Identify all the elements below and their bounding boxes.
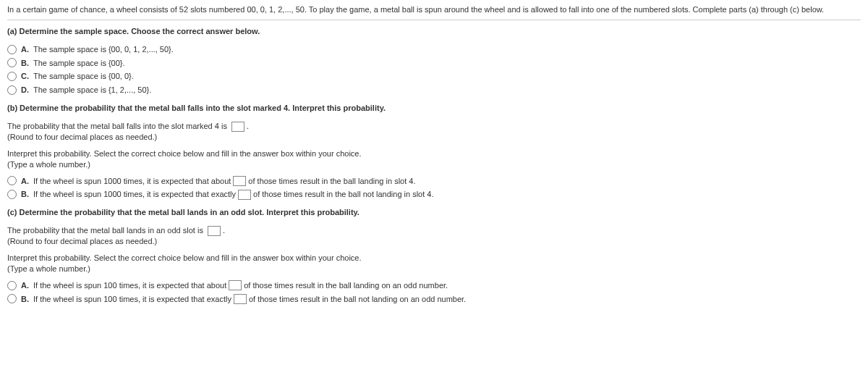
part-a-option-d: D. The sample space is {1, 2,..., 50}. bbox=[7, 85, 861, 96]
part-a-section: (a) Determine the sample space. Choose t… bbox=[7, 26, 861, 96]
radio-b-a[interactable] bbox=[7, 176, 17, 185]
problem-intro: In a certain game of chance, a wheel con… bbox=[7, 4, 861, 15]
radio-a-d[interactable] bbox=[7, 85, 17, 95]
text-a-d: The sample space is {1, 2,..., 50}. bbox=[33, 85, 151, 96]
part-a-option-b: B. The sample space is {00}. bbox=[7, 58, 861, 69]
part-a-option-c: C. The sample space is {00, 0}. bbox=[7, 71, 861, 82]
radio-c-a[interactable] bbox=[7, 281, 17, 290]
part-b-heading: (b) Determine the probability that the m… bbox=[7, 103, 861, 114]
part-a-option-a: A. The sample space is {00, 0, 1, 2,...,… bbox=[7, 44, 861, 55]
text-b-a-before: If the wheel is spun 1000 times, it is e… bbox=[33, 176, 231, 187]
part-b-prob-input[interactable] bbox=[231, 122, 244, 132]
text-a-b: The sample space is {00}. bbox=[33, 58, 125, 69]
part-c-prob: The probability that the metal ball land… bbox=[7, 225, 861, 247]
label-c-b: B. bbox=[21, 294, 29, 305]
text-c-a-before: If the wheel is spun 100 times, it is ex… bbox=[33, 280, 226, 291]
part-b-interpret-hint: (Type a whole number.) bbox=[7, 159, 861, 170]
radio-a-a[interactable] bbox=[7, 45, 17, 54]
label-c-a: A. bbox=[21, 280, 29, 291]
text-b-a-after: of those times result in the ball landin… bbox=[248, 176, 415, 187]
part-c-interpret: Interpret this probability. Select the c… bbox=[7, 253, 861, 274]
text-c-a-after: of those times result in the ball landin… bbox=[244, 280, 448, 291]
label-a-d: D. bbox=[21, 85, 29, 96]
text-c-b-after: of those times result in the ball not la… bbox=[249, 294, 466, 305]
label-a-b: B. bbox=[21, 58, 29, 69]
text-c-b-before: If the wheel is spun 100 times, it is ex… bbox=[33, 294, 231, 305]
part-b-section: (b) Determine the probability that the m… bbox=[7, 103, 861, 200]
part-b-interpret: Interpret this probability. Select the c… bbox=[7, 148, 861, 170]
part-b-interpret-prompt: Interpret this probability. Select the c… bbox=[7, 148, 861, 159]
label-a-c: C. bbox=[21, 71, 29, 82]
part-b-b-input[interactable] bbox=[238, 190, 251, 200]
part-b-option-a: A. If the wheel is spun 1000 times, it i… bbox=[7, 176, 861, 187]
text-a-a: The sample space is {00, 0, 1, 2,..., 50… bbox=[33, 44, 174, 55]
label-b-a: A. bbox=[21, 176, 29, 187]
text-b-b-before: If the wheel is spun 1000 times, it is e… bbox=[33, 189, 236, 200]
part-c-interpret-hint: (Type a whole number.) bbox=[7, 264, 861, 274]
part-c-heading: (c) Determine the probability that the m… bbox=[7, 207, 861, 218]
part-b-prob: The probability that the metal ball fall… bbox=[7, 121, 861, 143]
radio-b-b[interactable] bbox=[7, 190, 17, 199]
radio-c-b[interactable] bbox=[7, 294, 17, 303]
part-c-interpret-prompt: Interpret this probability. Select the c… bbox=[7, 253, 861, 264]
text-b-b-after: of those times result in the ball not la… bbox=[253, 189, 433, 200]
part-b-probtext: The probability that the metal ball fall… bbox=[7, 122, 229, 130]
part-c-section: (c) Determine the probability that the m… bbox=[7, 207, 861, 304]
part-c-option-a: A. If the wheel is spun 100 times, it is… bbox=[7, 280, 861, 291]
part-b-option-b: B. If the wheel is spun 1000 times, it i… bbox=[7, 189, 861, 200]
radio-a-b[interactable] bbox=[7, 58, 17, 67]
part-c-b-input[interactable] bbox=[234, 294, 247, 304]
text-a-c: The sample space is {00, 0}. bbox=[33, 71, 134, 82]
part-c-option-b: B. If the wheel is spun 100 times, it is… bbox=[7, 294, 861, 305]
part-b-a-input[interactable] bbox=[233, 176, 246, 186]
part-c-hint: (Round to four decimal places as needed.… bbox=[7, 236, 861, 247]
part-c-probtext: The probability that the metal ball land… bbox=[7, 226, 205, 235]
part-c-a-input[interactable] bbox=[229, 280, 242, 290]
divider bbox=[7, 20, 861, 20]
part-a-heading: (a) Determine the sample space. Choose t… bbox=[7, 26, 861, 37]
part-c-prob-input[interactable] bbox=[208, 226, 221, 236]
part-b-hint: (Round to four decimal places as needed.… bbox=[7, 132, 861, 143]
radio-a-c[interactable] bbox=[7, 72, 17, 81]
label-b-b: B. bbox=[21, 189, 29, 200]
label-a-a: A. bbox=[21, 44, 29, 55]
